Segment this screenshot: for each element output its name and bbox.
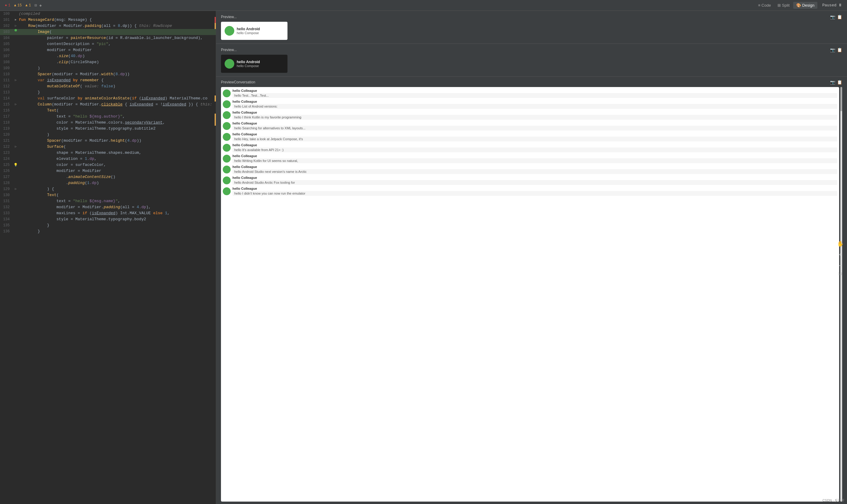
conv-scrollbar[interactable]	[840, 87, 842, 502]
line-num-113: 113	[0, 89, 13, 95]
zoom-out-btn[interactable]: −	[836, 262, 845, 270]
code-line-121: 121 Spacer(modifier = Modifier.height(4.…	[0, 138, 216, 144]
conv-text-8: hello Colleague hello Android Studio Arc…	[232, 176, 837, 185]
code-line-110: 110 Spacer(modifier = Modifier.width(8.d…	[0, 71, 216, 77]
conv-avatar-2	[223, 111, 231, 119]
conv-list[interactable]: hello Colleague hello Test...Test...Test…	[221, 87, 839, 502]
conv-item-7: hello Colleague hello Android Studio nex…	[223, 165, 837, 174]
code-line-107: 107 .size(40.dp)	[0, 53, 216, 59]
preview-share-btn-dark[interactable]: 📋	[837, 48, 842, 52]
fold-arrow-129[interactable]: ▷	[15, 186, 17, 192]
conv-avatar-7	[223, 166, 231, 174]
fold-arrow-111[interactable]: ▷	[15, 77, 17, 84]
preview-title-light: Preview...	[221, 15, 237, 19]
code-line-112: 112 mutableStateOf( value: false)	[0, 84, 216, 89]
line-content-120: )	[19, 132, 216, 138]
line-content-100: (compiled	[19, 11, 216, 17]
code-line-102: 102 ▷ Row(modifier = Modifier.padding(al…	[0, 23, 216, 29]
conv-text-6: hello Colleague hello Writing Kotlin for…	[232, 154, 837, 163]
conv-screenshot-btn[interactable]: 📷	[830, 80, 835, 85]
line-num-125: 125	[0, 162, 13, 168]
paused-text: Paused	[822, 3, 836, 7]
conv-text-2: hello Colleague hello I think Kotlin is …	[232, 111, 837, 120]
conv-msg-6: hello Writing Kotlin for UI seems so nat…	[232, 158, 837, 163]
code-line-100: 100 (compiled	[0, 11, 216, 17]
top-bar-left: ● 1 ▲ 15 ▲ 1 ⊟ ◈	[5, 3, 42, 8]
code-line-113: 113 }	[0, 89, 216, 95]
conv-item-6: hello Colleague hello Writing Kotlin for…	[223, 154, 837, 163]
code-line-106: 106 modifier = Modifier	[0, 47, 216, 53]
code-scroll[interactable]: 100 (compiled 101 ▶ fun MessageCard(msg:…	[0, 11, 216, 504]
conv-avatar-0	[223, 89, 231, 97]
conv-avatar-1	[223, 100, 231, 108]
conv-text-9: hello Colleague hello I didn't know you …	[232, 187, 837, 196]
conv-msg-4: hello Hey, take a look at Jetpack Compos…	[232, 137, 837, 141]
fold-arrow-101[interactable]: ▶	[15, 17, 17, 23]
line-content-107: .size(40.dp)	[19, 53, 216, 59]
conv-msg-3: hello Searching for alternatives to XML …	[232, 126, 837, 130]
line-content-118: color = MaterialTheme.colors.secondaryVa…	[19, 120, 216, 126]
top-bar-right: ≡ Code ⊞ Split 🎨 Design Paused ⏸	[755, 2, 842, 9]
code-line-135: 135 }	[0, 222, 216, 229]
conv-avatar-6	[223, 155, 231, 163]
fold-arrow-122[interactable]: ▷	[15, 144, 17, 150]
line-num-134: 134	[0, 216, 13, 222]
line-num-117: 117	[0, 114, 13, 120]
code-line-108: 108 .clip(CircleShape)	[0, 59, 216, 65]
warning-badge: ▲ 15	[14, 3, 22, 7]
gutter-103	[13, 29, 19, 32]
line-num-109: 109	[0, 65, 13, 71]
preview-section-dark: Preview... 📷 📋 hello Android hello Compo…	[216, 44, 847, 77]
conv-msg-1: hello List of Android versions:	[232, 104, 837, 109]
bottom-label: CSDN · 反开开	[823, 499, 845, 502]
conv-name-3: hello Colleague	[232, 122, 837, 125]
code-line-130: 130 Text(	[0, 192, 216, 198]
fold-arrow-102[interactable]: ▷	[15, 23, 17, 29]
code-line-126: 126 modifier = Modifier	[0, 168, 216, 174]
conv-scroll-thumb[interactable]	[840, 87, 842, 111]
conv-name-6: hello Colleague	[232, 154, 837, 158]
preview-screenshot-btn-dark[interactable]: 📷	[830, 48, 835, 52]
conv-name-7: hello Colleague	[232, 165, 837, 168]
code-line-105: 105 contentDescription = "pic",	[0, 41, 216, 47]
conv-name-4: hello Colleague	[232, 132, 837, 136]
line-num-129: 129	[0, 186, 13, 192]
tab-split[interactable]: ⊞ Split	[774, 2, 793, 9]
preview-msg-dark: hello Compose	[237, 64, 260, 68]
conv-name-1: hello Colleague	[232, 100, 837, 103]
code-line-129: 129 ▷ ) {	[0, 186, 216, 192]
line-num-115: 115	[0, 102, 13, 108]
preview-share-btn-light[interactable]: 📋	[837, 15, 842, 19]
preview-screenshot-btn-light[interactable]: 📷	[830, 15, 835, 19]
conv-msg-7: hello Android Studio next version's name…	[232, 169, 837, 174]
tab-design[interactable]: 🎨 Design	[793, 2, 817, 9]
conv-header: PreviewConversation 📷 📋	[221, 77, 842, 87]
preview-text-dark: hello Android hello Compose	[237, 60, 260, 68]
preview-section-light: Preview... 📷 📋 hello Android hello Compo…	[216, 11, 847, 44]
conv-share-btn[interactable]: 📋	[837, 80, 842, 85]
tab-code[interactable]: ≡ Code	[755, 2, 774, 9]
zoom-in-btn[interactable]: +	[836, 251, 845, 259]
line-content-127: .animateContentSize()	[19, 174, 216, 180]
preview-avatar-dark	[225, 59, 234, 69]
line-num-104: 104	[0, 35, 13, 41]
right-panel: Preview... 📷 📋 hello Android hello Compo…	[216, 11, 847, 504]
layout-icon[interactable]: ⊟	[34, 3, 37, 8]
line-content-124: elevation = 1.dp,	[19, 156, 216, 162]
preview-title-dark: Preview...	[221, 48, 237, 52]
line-content-135: }	[19, 222, 216, 229]
breakpoint-103[interactable]	[15, 29, 17, 32]
hand-tool-btn[interactable]: ✋	[836, 240, 845, 248]
fold-arrow-115[interactable]: ▷	[15, 102, 17, 108]
layers-icon[interactable]: ◈	[39, 3, 42, 8]
bottom-bar: CSDN · 反开开	[820, 497, 847, 504]
gutter-101: ▶	[13, 17, 19, 23]
code-line-118: 118 color = MaterialTheme.colors.seconda…	[0, 120, 216, 126]
line-num-112: 112	[0, 84, 13, 89]
pause-icon: ⏸	[838, 3, 842, 7]
preview-text-light: hello Android hello Compose	[237, 27, 260, 35]
preview-name-dark: hello Android	[237, 60, 260, 64]
lightbulb-125[interactable]: 💡	[14, 162, 18, 168]
line-num-119: 119	[0, 126, 13, 132]
preview-msg-light: hello Compose	[237, 31, 260, 35]
